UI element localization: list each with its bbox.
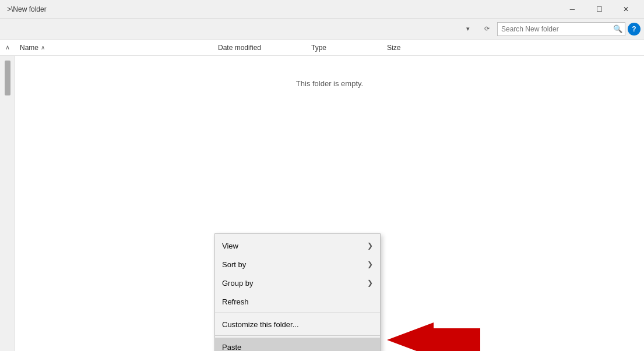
restore-button[interactable]: ☐	[586, 0, 613, 19]
col-name-label: Name	[20, 44, 38, 52]
left-scrollbar[interactable]	[0, 56, 15, 351]
column-headers: ∧ Name ∧ Date modified Type Size	[0, 40, 644, 56]
menu-item-label-groupby: Group by	[222, 279, 253, 288]
menu-item-label-customize: Customize this folder...	[222, 320, 299, 329]
menu-item-sortby[interactable]: Sort by❯	[215, 255, 380, 274]
menu-item-paste[interactable]: Paste	[215, 338, 380, 351]
search-box: 🔍	[497, 22, 625, 36]
search-icon: 🔍	[613, 24, 622, 33]
refresh-button[interactable]: ⟳	[478, 22, 495, 37]
col-name-header[interactable]: Name ∧	[15, 44, 213, 52]
help-button[interactable]: ?	[628, 23, 641, 36]
menu-separator	[215, 313, 380, 313]
empty-folder-message: This folder is empty.	[296, 79, 363, 88]
menu-item-label-paste: Paste	[222, 343, 241, 352]
menu-separator	[215, 335, 380, 336]
col-type-header[interactable]: Type	[307, 44, 382, 52]
submenu-arrow-icon-groupby: ❯	[367, 279, 373, 287]
submenu-arrow-icon-view: ❯	[367, 242, 373, 250]
menu-item-label-sortby: Sort by	[222, 260, 246, 269]
file-area[interactable]: This folder is empty. View❯Sort by❯Group…	[15, 56, 644, 351]
close-button[interactable]: ✕	[613, 0, 639, 19]
menu-item-view[interactable]: View❯	[215, 236, 380, 255]
sort-arrow-icon: ∧	[41, 44, 45, 51]
title-bar: >\New folder ─ ☐ ✕	[0, 0, 644, 19]
menu-item-refresh[interactable]: Refresh	[215, 292, 380, 311]
col-date-header[interactable]: Date modified	[213, 44, 307, 52]
col-size-header[interactable]: Size	[382, 44, 441, 52]
svg-marker-0	[387, 322, 480, 351]
menu-item-label-refresh: Refresh	[222, 297, 249, 306]
main-content: This folder is empty. View❯Sort by❯Group…	[0, 56, 644, 351]
scroll-thumb[interactable]	[5, 61, 10, 95]
window-title: >\New folder	[7, 5, 47, 13]
collapse-icon: ∧	[5, 44, 10, 51]
menu-item-groupby[interactable]: Group by❯	[215, 274, 380, 292]
menu-item-customize[interactable]: Customize this folder...	[215, 315, 380, 334]
col-expand: ∧	[0, 40, 15, 55]
minimize-button[interactable]: ─	[559, 0, 586, 19]
submenu-arrow-icon-sortby: ❯	[367, 260, 373, 268]
red-arrow	[387, 322, 480, 351]
toolbar-right: ▾ ⟳ 🔍 ?	[460, 22, 641, 37]
context-menu: View❯Sort by❯Group by❯RefreshCustomize t…	[214, 233, 381, 351]
toolbar: ▾ ⟳ 🔍 ?	[0, 19, 644, 40]
window-controls: ─ ☐ ✕	[559, 0, 639, 19]
menu-item-label-view: View	[222, 242, 238, 250]
search-input[interactable]	[501, 25, 613, 33]
dropdown-arrow-button[interactable]: ▾	[460, 22, 476, 37]
